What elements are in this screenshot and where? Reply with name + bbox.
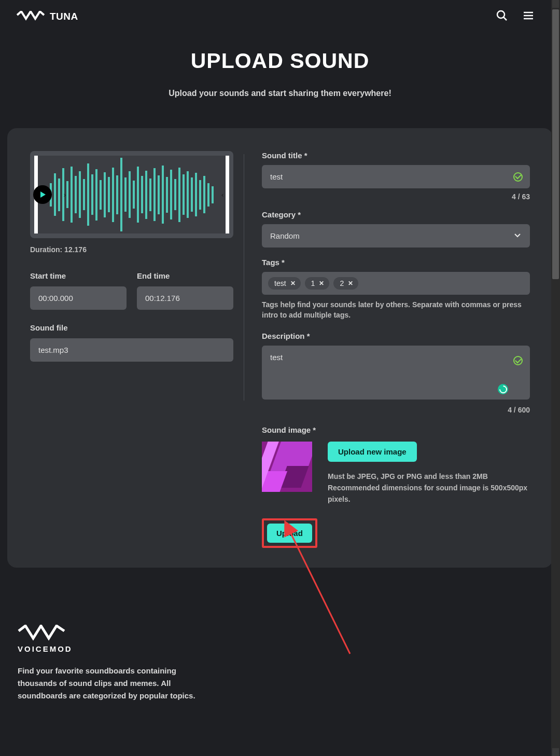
category-field: Category * Random	[262, 210, 530, 248]
title-input[interactable]	[262, 165, 530, 188]
tag-chip: 1 ✕	[305, 277, 330, 290]
logo[interactable]: TUNA	[17, 11, 78, 22]
tag-chip: 2 ✕	[333, 277, 358, 290]
upload-button-highlight: Upload	[262, 518, 317, 548]
left-column: › ‹	[30, 151, 233, 548]
sound-image-label: Sound image *	[262, 425, 530, 434]
header: TUNA	[0, 0, 560, 33]
scrollbar-thumb[interactable]	[552, 9, 559, 279]
waveform[interactable]: › ‹	[30, 151, 233, 238]
upload-card: › ‹	[7, 128, 553, 568]
description-field: Description * 4 / 600	[262, 332, 530, 414]
tag-chip: test ✕	[268, 277, 301, 290]
menu-icon[interactable]	[523, 10, 534, 23]
sound-image-field: Sound image * Upload new image Must be J…	[262, 425, 530, 505]
tag-text: test	[274, 279, 286, 287]
category-select[interactable]: Random	[262, 224, 530, 248]
start-time-label: Start time	[30, 271, 127, 280]
search-icon[interactable]	[496, 9, 508, 24]
logo-text: TUNA	[50, 11, 78, 22]
tag-remove-icon[interactable]: ✕	[348, 280, 353, 287]
description-input[interactable]	[262, 346, 530, 400]
right-column: Sound title * 4 / 63 Category * Random T…	[255, 151, 530, 548]
end-time-label: End time	[137, 271, 233, 280]
chevron-left-icon: ‹	[220, 191, 225, 199]
sound-file-label: Sound file	[30, 323, 233, 332]
tag-remove-icon[interactable]: ✕	[290, 280, 296, 287]
start-time-input[interactable]	[30, 286, 127, 310]
title-label: Sound title *	[262, 151, 530, 160]
description-counter: 4 / 600	[262, 406, 530, 414]
page-title: UPLOAD SOUND	[0, 49, 560, 73]
sound-image-preview	[262, 442, 312, 492]
check-icon	[513, 172, 523, 182]
column-divider	[244, 154, 244, 401]
chevron-right-icon: ›	[63, 191, 67, 199]
upload-image-button[interactable]: Upload new image	[328, 442, 417, 462]
page-heading: UPLOAD SOUND Upload your sounds and star…	[0, 33, 560, 103]
svg-line-1	[503, 17, 507, 20]
waveform-handle-right[interactable]	[226, 156, 229, 233]
scroll-down-icon[interactable]	[552, 748, 559, 756]
title-field: Sound title * 4 / 63	[262, 151, 530, 201]
waveform-canvas[interactable]: › ‹	[38, 156, 226, 233]
play-button[interactable]	[33, 185, 52, 204]
logo-icon	[18, 625, 65, 641]
sound-image-hint: Must be JPEG, JPG or PNG and less than 2…	[328, 471, 530, 505]
footer-text: Find your favorite soundboards containin…	[18, 665, 209, 702]
tags-label: Tags *	[262, 258, 530, 267]
title-counter: 4 / 63	[262, 193, 530, 201]
scroll-up-icon[interactable]	[552, 0, 559, 8]
tag-remove-icon[interactable]: ✕	[319, 280, 324, 287]
tag-text: 1	[311, 279, 315, 287]
description-label: Description *	[262, 332, 530, 340]
header-actions	[496, 9, 534, 24]
footer: VOICEMOD Find your favorite soundboards …	[0, 625, 560, 723]
tags-hint: Tags help find your sounds later by othe…	[262, 300, 530, 320]
scrollbar[interactable]	[551, 0, 560, 756]
duration-label: Duration: 12.176	[30, 245, 233, 254]
end-time-field: End time	[137, 271, 233, 310]
start-time-field: Start time	[30, 271, 127, 310]
tags-input[interactable]: test ✕ 1 ✕ 2 ✕	[262, 272, 530, 295]
sound-file-input[interactable]	[30, 338, 233, 362]
tag-text: 2	[340, 279, 344, 287]
footer-logo[interactable]: VOICEMOD	[18, 625, 542, 653]
upload-button[interactable]: Upload	[267, 524, 312, 543]
category-label: Category *	[262, 210, 530, 219]
logo-icon	[17, 11, 45, 22]
end-time-input[interactable]	[137, 286, 233, 310]
footer-brand-text: VOICEMOD	[18, 644, 542, 653]
tags-field: Tags * test ✕ 1 ✕ 2 ✕ Tags help find you…	[262, 258, 530, 320]
sound-file-field: Sound file	[30, 323, 233, 362]
svg-point-0	[497, 11, 505, 18]
page-subtitle: Upload your sounds and start sharing the…	[0, 89, 560, 98]
